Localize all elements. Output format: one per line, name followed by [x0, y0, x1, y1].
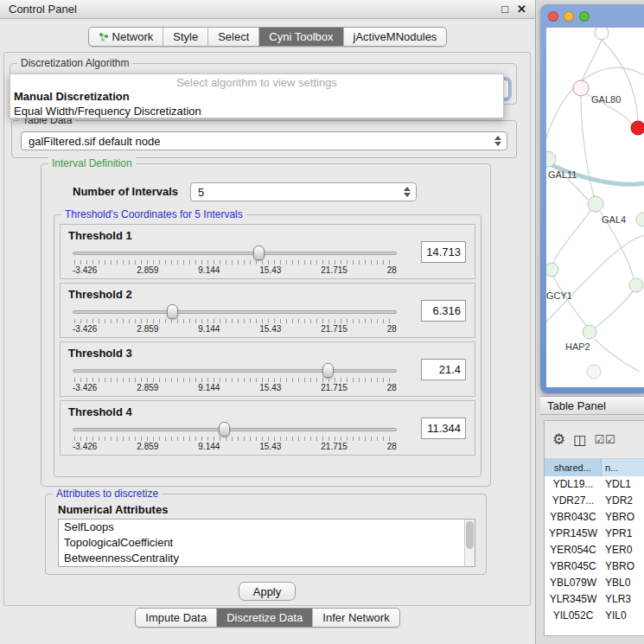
attributes-list[interactable]: SelfLoops TopologicalCoefficient Between… — [58, 519, 475, 567]
cell[interactable]: YDL19... — [545, 476, 602, 493]
table-row[interactable]: YPR145W YPR1 — [545, 526, 644, 542]
cell[interactable]: YIL052C — [545, 608, 602, 624]
desktop: Control Panel □ ✕ Network — [0, 0, 644, 644]
node-red[interactable] — [631, 121, 644, 135]
list-item[interactable]: BetweennessCentrality — [59, 551, 475, 566]
node-gal4[interactable] — [588, 196, 603, 212]
threshold-slider[interactable]: -3.426 2.859 9.144 15.43 21.715 28 — [73, 247, 397, 277]
cell[interactable]: YPR145W — [545, 526, 602, 542]
threshold-value-field[interactable] — [421, 300, 466, 322]
cell[interactable]: YPR1 — [602, 526, 644, 542]
scrollbar-thumb[interactable] — [466, 521, 474, 549]
slider-ticks — [74, 319, 395, 323]
control-panel-titlebar[interactable]: Control Panel □ ✕ — [0, 0, 535, 19]
cell[interactable]: YLR3 — [602, 591, 644, 608]
close-button[interactable] — [548, 11, 558, 22]
node[interactable] — [629, 278, 643, 292]
column-header-name[interactable]: n... — [602, 459, 644, 476]
cell[interactable]: YBL0 — [602, 575, 644, 591]
tab-impute-data[interactable]: Impute Data — [136, 609, 216, 627]
scale-label: -3.426 — [73, 442, 97, 451]
slider-track[interactable] — [73, 252, 397, 255]
cell[interactable]: YBRO — [602, 509, 644, 526]
threshold-value-field[interactable] — [421, 241, 466, 263]
cell[interactable]: YDR2 — [602, 493, 644, 509]
number-of-intervals-combo[interactable]: 5 — [190, 182, 417, 201]
table-header-row: shared... n... — [545, 459, 644, 476]
table-row[interactable]: YDR27... YDR2 — [545, 493, 644, 509]
table-row[interactable]: YBR043C YBRO — [545, 509, 644, 526]
node-label: GAL4 — [602, 214, 626, 225]
list-item[interactable]: TopologicalCoefficient — [59, 535, 475, 551]
table-data-group: Table Data galFiltered.sif default node — [11, 120, 517, 158]
slider-track[interactable] — [73, 310, 397, 314]
float-window-icon[interactable]: □ — [501, 3, 508, 15]
scale-label: 21.715 — [321, 265, 348, 275]
cell[interactable]: YBR043C — [545, 509, 602, 526]
tab-jactivemnodules[interactable]: jActiveMNodules — [343, 28, 447, 46]
list-scrollbar[interactable] — [464, 520, 475, 566]
slider-thumb[interactable] — [219, 422, 230, 437]
tab-discretize-data[interactable]: Discretize Data — [216, 609, 312, 627]
dropdown-option-manual[interactable]: Manual Discretization — [10, 89, 503, 104]
node-label: GAL80 — [591, 94, 621, 105]
cell[interactable]: YIL0 — [602, 608, 644, 624]
threshold-label: Threshold 2 — [68, 288, 132, 301]
close-icon[interactable]: ✕ — [517, 3, 526, 15]
cell[interactable]: YER054C — [545, 542, 602, 558]
cell[interactable]: YDL1 — [602, 476, 644, 493]
threshold-value-field[interactable] — [421, 359, 466, 380]
table-row[interactable]: YBL079W YBL0 — [545, 575, 644, 591]
slider-track[interactable] — [73, 369, 397, 373]
table-row[interactable]: YIL052C YIL0 — [545, 608, 644, 624]
table-data-combo[interactable]: galFiltered.sif default node — [21, 131, 507, 150]
slider-track[interactable] — [73, 428, 397, 431]
cell[interactable]: YBR045C — [545, 558, 602, 575]
threshold-value-field[interactable] — [421, 418, 466, 439]
cell[interactable]: YDR27... — [545, 493, 602, 509]
zoom-button[interactable] — [579, 11, 590, 22]
slider-thumb[interactable] — [167, 304, 178, 319]
table-row[interactable]: YLR345W YLR3 — [545, 591, 644, 608]
tab-network[interactable]: Network — [89, 28, 163, 46]
node-hap2[interactable] — [583, 325, 596, 339]
tab-select[interactable]: Select — [207, 28, 258, 46]
scale-label: 21.715 — [321, 383, 348, 392]
tab-infer-network[interactable]: Infer Network — [312, 609, 399, 627]
threshold-slider[interactable]: -3.426 2.859 9.144 15.43 21.715 28 — [73, 424, 397, 453]
list-item[interactable]: SelfLoops — [59, 520, 475, 535]
apply-button[interactable]: Apply — [239, 582, 296, 601]
table-row[interactable]: YBR045C YBRO — [545, 558, 644, 575]
cell[interactable]: YBRO — [602, 558, 644, 575]
node[interactable] — [595, 28, 609, 40]
threshold-label: Threshold 3 — [68, 347, 132, 360]
tab-cyni-toolbox[interactable]: Cyni Toolbox — [258, 28, 342, 46]
node[interactable] — [636, 213, 644, 226]
network-canvas[interactable]: GAL80 GAL11 GAL4 GCY1 HAP2 — [546, 28, 644, 387]
cell[interactable]: YER0 — [602, 542, 644, 558]
slider-thumb[interactable] — [253, 245, 265, 260]
node-gal80[interactable] — [573, 80, 589, 96]
dropdown-option-equal-width[interactable]: Equal Width/Frequency Discretization — [10, 104, 503, 118]
cell[interactable]: YLR345W — [545, 591, 602, 608]
column-header-shared-name[interactable]: shared... — [545, 459, 602, 476]
bottom-tab-group: Impute Data Discretize Data Infer Networ… — [135, 608, 399, 628]
cell[interactable]: YBL079W — [545, 575, 602, 591]
network-view-window[interactable]: GAL80 GAL11 GAL4 GCY1 HAP2 — [540, 4, 644, 393]
node[interactable] — [587, 365, 601, 379]
top-tabbar: Network Style Select Cyni Toolbox jActiv… — [0, 19, 535, 47]
dropdown-placeholder: Select algorithm to view settings — [10, 74, 503, 89]
checkbox-filter-icons[interactable]: ☑☑ — [594, 433, 615, 446]
tab-style[interactable]: Style — [163, 28, 207, 46]
bottom-tabbar: Impute Data Discretize Data Infer Networ… — [0, 608, 535, 628]
gear-icon[interactable]: ⚙ — [552, 430, 565, 449]
table-panel-header[interactable]: Table Panel — [540, 396, 644, 415]
threshold-slider[interactable]: -3.426 2.859 9.144 15.43 21.715 28 — [73, 306, 397, 335]
columns-icon[interactable]: ◫ — [573, 431, 586, 448]
table-row[interactable]: YDL19... YDL1 — [545, 476, 644, 493]
minimize-button[interactable] — [564, 11, 574, 22]
node-gcy1[interactable] — [546, 263, 558, 277]
slider-thumb[interactable] — [322, 363, 334, 378]
threshold-slider[interactable]: -3.426 2.859 9.144 15.43 21.715 28 — [73, 365, 397, 394]
table-row[interactable]: YER054C YER0 — [545, 542, 644, 558]
